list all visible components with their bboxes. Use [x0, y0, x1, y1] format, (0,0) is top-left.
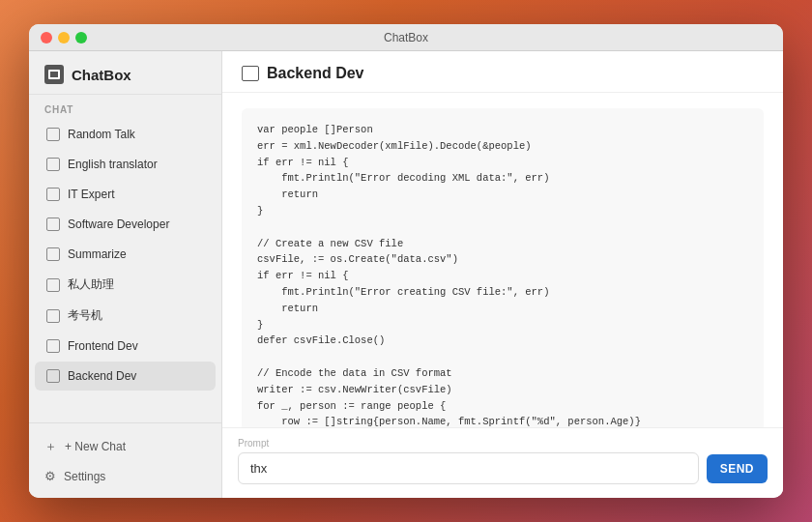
sidebar-item-label: 考号机	[68, 307, 192, 324]
traffic-lights	[41, 32, 87, 44]
sidebar-item-label: IT Expert	[68, 188, 192, 201]
close-button[interactable]	[41, 32, 52, 44]
settings-label: Settings	[64, 470, 105, 483]
sidebar-item-backend-dev[interactable]: Backend Dev ···	[35, 362, 216, 391]
sidebar-item-summarize[interactable]: Summarize ···	[35, 240, 216, 269]
chat-area: Backend Dev var people []Person err = xm…	[222, 51, 783, 498]
sidebar-item-random-talk[interactable]: Random Talk ···	[35, 120, 216, 149]
sidebar-footer: ＋ + New Chat ⚙ Settings	[29, 422, 221, 498]
chat-icon	[46, 218, 60, 231]
app-logo	[44, 65, 64, 84]
chat-icon	[46, 339, 60, 353]
prompt-area: Prompt SEND	[222, 427, 783, 498]
sidebar-item-label: Backend Dev	[68, 369, 192, 383]
new-chat-label: + New Chat	[65, 440, 126, 453]
prompt-label: Prompt	[238, 438, 768, 449]
sidebar: ChatBox CHAT Random Talk ··· English tra…	[29, 51, 222, 498]
sidebar-header: ChatBox	[29, 51, 221, 95]
sidebar-item-exam-machine[interactable]: 考号机 ···	[35, 301, 216, 331]
code-block: var people []Person err = xml.NewDecoder…	[242, 108, 764, 427]
plus-icon: ＋	[44, 438, 57, 455]
sidebar-item-label: Frontend Dev	[68, 339, 192, 353]
sidebar-item-english-translator[interactable]: English translator ···	[35, 150, 216, 179]
chat-icon	[46, 309, 60, 323]
sidebar-item-it-expert[interactable]: IT Expert ···	[35, 180, 216, 209]
chat-icon	[46, 247, 60, 261]
chat-list: Random Talk ··· English translator ··· I…	[29, 119, 221, 422]
logo-icon	[48, 70, 60, 79]
chat-section-label: CHAT	[29, 95, 221, 119]
sidebar-item-label: English translator	[68, 158, 192, 171]
sidebar-item-private-assistant[interactable]: 私人助理 ···	[35, 270, 216, 300]
chat-messages: var people []Person err = xml.NewDecoder…	[222, 93, 783, 427]
main-content: ChatBox CHAT Random Talk ··· English tra…	[29, 51, 783, 498]
chat-title: Backend Dev	[267, 65, 364, 82]
minimize-button[interactable]	[58, 32, 70, 44]
gear-icon: ⚙	[44, 469, 56, 483]
sidebar-item-software-developer[interactable]: Software Developer ···	[35, 210, 216, 239]
chat-header: Backend Dev	[222, 51, 783, 93]
code-text: var people []Person err = xml.NewDecoder…	[257, 124, 641, 427]
new-chat-button[interactable]: ＋ + New Chat	[35, 431, 216, 462]
sidebar-item-label: Software Developer	[68, 218, 192, 231]
prompt-input[interactable]	[238, 452, 699, 484]
chat-icon	[46, 278, 60, 292]
sidebar-item-label: 私人助理	[68, 276, 192, 293]
sidebar-item-label: Random Talk	[68, 128, 192, 141]
chat-icon	[46, 128, 60, 141]
window-title: ChatBox	[384, 31, 428, 44]
settings-button[interactable]: ⚙ Settings	[35, 462, 216, 490]
app-title: ChatBox	[72, 67, 131, 83]
send-button[interactable]: SEND	[707, 454, 768, 483]
sidebar-item-frontend-dev[interactable]: Frontend Dev ···	[35, 332, 216, 361]
titlebar: ChatBox	[29, 24, 783, 51]
chat-icon	[46, 158, 60, 171]
prompt-row: SEND	[238, 452, 768, 484]
chat-icon	[46, 188, 60, 201]
sidebar-item-label: Summarize	[68, 247, 192, 261]
chat-icon	[46, 369, 60, 383]
chat-header-icon	[242, 66, 259, 81]
maximize-button[interactable]	[75, 32, 87, 44]
app-window: ChatBox ChatBox CHAT Random Talk ··· Eng	[29, 24, 783, 498]
